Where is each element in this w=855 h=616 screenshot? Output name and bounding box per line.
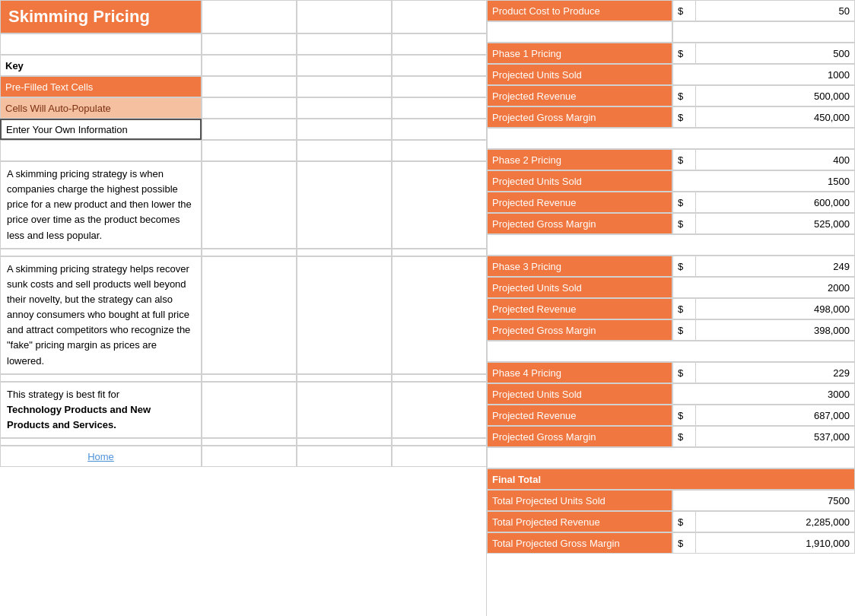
empty-home4: [392, 446, 487, 467]
description-3-prefix: This strategy is best fit for: [7, 387, 119, 402]
description-2: A skimming pricing strategy helps recove…: [0, 256, 202, 374]
empty-d2c4: [392, 256, 487, 374]
empty-r6c4: [392, 119, 487, 140]
phase3-revenue-label: Projected Revenue: [487, 298, 672, 319]
empty-d3c4: [392, 382, 487, 438]
empty-r2-right: [487, 21, 672, 43]
total-margin-dollar: $: [672, 532, 695, 554]
phase3-pricing-value[interactable]: 249: [695, 256, 855, 277]
empty-r6c2: [202, 119, 297, 140]
total-revenue-label: Total Projected Revenue: [487, 511, 672, 532]
phase1-revenue-dollar: $: [672, 85, 695, 106]
prefilled-label: Pre-Filled Text Cells: [0, 76, 202, 97]
spacer3: [0, 438, 202, 446]
empty-r7c3: [297, 140, 392, 161]
empty-d3c3: [297, 382, 392, 438]
spacer2d: [392, 374, 487, 382]
page-title: Skimming Pricing: [0, 0, 202, 33]
autopopulate-label: Cells Will Auto-Populate: [0, 97, 202, 119]
spacer2c: [297, 374, 392, 382]
empty-r4c3: [297, 76, 392, 97]
spacer1b: [202, 249, 297, 256]
description-3: This strategy is best fit for Technology…: [0, 382, 202, 438]
empty-r4c4: [392, 76, 487, 97]
empty-cell-1: [202, 0, 297, 33]
phase3-margin-value: 398,000: [695, 319, 855, 341]
spacer2b: [202, 374, 297, 382]
phase4-revenue-value: 687,000: [695, 405, 855, 426]
phase2-margin-dollar: $: [672, 213, 695, 234]
phase4-margin-dollar: $: [672, 426, 695, 447]
phase2-margin-value: 525,000: [695, 213, 855, 234]
phase4-pricing-dollar: $: [672, 362, 695, 383]
final-total-label: Final Total: [487, 468, 855, 490]
phase4-units-value[interactable]: 3000: [672, 383, 855, 405]
spacer3b: [202, 438, 297, 446]
empty-d1c2: [202, 161, 297, 249]
empty-d3c2: [202, 382, 297, 438]
spacer1d: [392, 249, 487, 256]
empty-r7c4: [392, 140, 487, 161]
description-3-bold: Technology Products and New Products and…: [7, 402, 195, 433]
empty-home2: [202, 446, 297, 467]
empty-r3c4: [392, 55, 487, 76]
phase4-revenue-dollar: $: [672, 405, 695, 426]
phase4-margin-label: Projected Gross Margin: [487, 426, 672, 447]
product-cost-label: Product Cost to Produce: [487, 0, 672, 21]
empty-r2c2: [202, 33, 297, 55]
total-units-value: 7500: [672, 490, 855, 511]
phase1-pricing-dollar: $: [672, 43, 695, 64]
total-revenue-dollar: $: [672, 511, 695, 532]
spacer1c: [297, 249, 392, 256]
phase3-units-value[interactable]: 2000: [672, 277, 855, 298]
empty-home3: [297, 446, 392, 467]
empty-r2c1: [0, 33, 202, 55]
empty-r6c3: [297, 119, 392, 140]
phase1-units-label: Projected Units Sold: [487, 64, 672, 85]
phase2-pricing-value[interactable]: 400: [695, 149, 855, 170]
empty-d2c2: [202, 256, 297, 374]
spacer1: [0, 249, 202, 256]
phase1-margin-label: Projected Gross Margin: [487, 106, 672, 128]
empty-r5c4: [392, 97, 487, 119]
total-margin-value: 1,910,000: [695, 532, 855, 554]
phase4-margin-value: 537,000: [695, 426, 855, 447]
empty-r5c2: [202, 97, 297, 119]
empty-r3c2: [202, 55, 297, 76]
home-link[interactable]: Home: [87, 451, 114, 462]
phase1-units-value[interactable]: 1000: [672, 64, 855, 85]
phase1-margin-dollar: $: [672, 106, 695, 128]
phase3-pricing-dollar: $: [672, 256, 695, 277]
phase3-pricing-label: Phase 3 Pricing: [487, 256, 672, 277]
total-margin-label: Total Projected Gross Margin: [487, 532, 672, 554]
phase1-margin-value: 450,000: [695, 106, 855, 128]
empty-r5c3: [297, 97, 392, 119]
key-label: Key: [0, 55, 202, 76]
spacer-p2: [487, 234, 855, 256]
spacer3c: [297, 438, 392, 446]
empty-r2c3: [297, 33, 392, 55]
empty-r2-right2: [672, 21, 855, 43]
enter-own-label[interactable]: Enter Your Own Information: [0, 119, 202, 140]
phase2-units-value[interactable]: 1500: [672, 170, 855, 192]
phase3-units-label: Projected Units Sold: [487, 277, 672, 298]
description-1: A skimming pricing strategy is when comp…: [0, 161, 202, 249]
phase4-pricing-label: Phase 4 Pricing: [487, 362, 672, 383]
phase4-revenue-label: Projected Revenue: [487, 405, 672, 426]
phase4-units-label: Projected Units Sold: [487, 383, 672, 405]
empty-r3c3: [297, 55, 392, 76]
phase1-pricing-label: Phase 1 Pricing: [487, 43, 672, 64]
phase2-units-label: Projected Units Sold: [487, 170, 672, 192]
phase1-pricing-value[interactable]: 500: [695, 43, 855, 64]
product-cost-value[interactable]: 50: [695, 0, 855, 21]
product-cost-dollar: $: [672, 0, 695, 21]
phase4-pricing-value[interactable]: 229: [695, 362, 855, 383]
empty-d1c4: [392, 161, 487, 249]
empty-d1c3: [297, 161, 392, 249]
phase1-revenue-label: Projected Revenue: [487, 85, 672, 106]
empty-cell-3: [392, 0, 487, 33]
empty-cell-2: [297, 0, 392, 33]
home-link-cell[interactable]: Home: [0, 446, 202, 467]
empty-r2c4: [392, 33, 487, 55]
spacer-p3: [487, 341, 855, 362]
